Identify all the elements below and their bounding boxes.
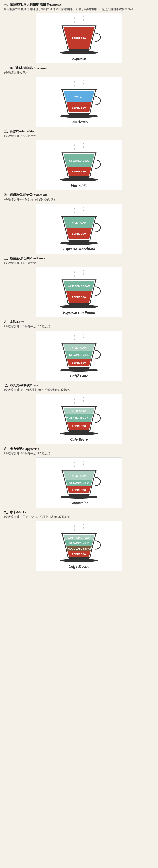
steam-line (83, 80, 85, 87)
svg-point-74 (60, 495, 98, 499)
steam-line (83, 524, 85, 531)
drink-card-flatwhite: ESPRESSOSTEAMED MILKFlat White (36, 140, 122, 190)
steam-line (78, 207, 80, 213)
svg-text:ESPRESSO: ESPRESSO (72, 553, 86, 556)
drink-section-mocha: 九、摩卡/Mocha1份浓缩咖啡+1份热牛奶+0.5份巧克力酱+0.5份鲜奶油E… (4, 510, 154, 571)
section-title-flatwhite: 三、白咖啡/Flat White (4, 129, 154, 134)
svg-point-63 (60, 432, 98, 435)
steam-line (73, 461, 75, 467)
steam-cappuccino (73, 461, 85, 467)
steam-line (73, 270, 75, 277)
drink-name-breve: Cafe Breve (70, 437, 88, 442)
steam-line (83, 397, 85, 404)
cup-breve: ESPRESSOSTEAMED HALF-AND-HALFMILK FOAM (57, 404, 101, 435)
section-desc-latte: 1份浓缩咖啡+1.5份热牛奶+0.5份奶泡 (4, 324, 154, 329)
drink-name-cappuccino: Cappuccino (70, 501, 88, 505)
section-title-breve: 七、布列夫/半拿铁/Breve (4, 383, 154, 388)
drink-card-americano: ESPRESSOWATERAmericano (36, 76, 122, 127)
cup-americano: ESPRESSOWATER (57, 87, 101, 118)
svg-point-14 (60, 115, 98, 118)
drink-card-latte: ESPRESSOSTEAMED MILKMILK FOAMCaffé Latte (36, 331, 122, 381)
steam-americano (73, 80, 85, 87)
svg-point-23 (60, 178, 98, 181)
section-desc-breve: 1份浓缩咖啡+0.75份热牛奶+0.75份鲜奶油+0.5份奶泡 (4, 388, 154, 392)
steam-line (78, 524, 80, 531)
section-title-macchiato: 四、玛琪雅朵/玛奇朵/Macchiato (4, 193, 154, 197)
svg-rect-6 (70, 49, 88, 52)
steam-line (73, 524, 75, 531)
section-desc-americano: 1份浓缩咖啡+2份水 (4, 71, 154, 75)
svg-text:STEAMED MILK: STEAMED MILK (69, 159, 89, 162)
svg-text:MILK FOAM: MILK FOAM (72, 222, 86, 224)
svg-text:ESPRESSO: ESPRESSO (72, 106, 86, 109)
svg-text:ESPRESSO: ESPRESSO (72, 489, 86, 492)
section-title-latte: 六、拿铁/Latte (4, 320, 154, 324)
cup-latte: ESPRESSOSTEAMED MILKMILK FOAM (57, 341, 101, 372)
svg-rect-24 (70, 176, 88, 179)
drink-section-cappuccino: 八、卡布奇诺/Cappuccino1份浓缩咖啡+0.5份热牛奶+1.5份奶泡ES… (4, 447, 154, 508)
steam-macchiato (73, 207, 85, 213)
cup-macchiato: ESPRESSOMILK FOAM (57, 214, 101, 245)
drink-card-cappuccino: ESPRESSOSTEAMED MILKMILK FOAMCappuccino (36, 458, 122, 508)
svg-text:STEAMED HALF-AND-HALF: STEAMED HALF-AND-HALF (62, 417, 96, 420)
steam-line (83, 270, 85, 277)
cup-cappuccino: ESPRESSOSTEAMED MILKMILK FOAM (57, 468, 101, 499)
section-desc-mocha: 1份浓缩咖啡+1份热牛奶+0.5份巧克力酱+0.5份鲜奶油 (4, 515, 154, 519)
steam-line (78, 397, 80, 404)
drink-card-mocha: ESPRESSOCHOCOLATE SYRUPSTEAMED MILKWHIPP… (36, 521, 122, 571)
svg-text:ESPRESSO: ESPRESSO (72, 296, 86, 299)
svg-point-41 (60, 305, 98, 308)
section-title-conpanna: 五、康宝蓝/康巴纳/Con Panna (4, 256, 154, 260)
svg-rect-53 (70, 367, 88, 369)
svg-text:ESPRESSO: ESPRESSO (72, 37, 86, 40)
svg-text:ESPRESSO: ESPRESSO (72, 170, 86, 173)
drink-card-conpanna: ESPRESSOWHIPPED CREAMEspresso con Panna (36, 267, 122, 317)
cup-espresso: ESPRESSO (57, 24, 101, 55)
svg-rect-88 (70, 557, 88, 559)
steam-line (83, 143, 85, 150)
drink-name-conpanna: Espresso con Panna (63, 310, 95, 315)
svg-rect-64 (70, 430, 88, 432)
svg-text:STEAMED MILK: STEAMED MILK (69, 482, 89, 485)
section-desc-conpanna: 1份浓缩咖啡+0.5份鲜奶油 (4, 261, 154, 265)
drink-section-breve: 七、布列夫/半拿铁/Breve1份浓缩咖啡+0.75份热牛奶+0.75份鲜奶油+… (4, 383, 154, 444)
svg-text:WATER: WATER (74, 96, 84, 98)
svg-point-32 (60, 242, 98, 245)
steam-line (83, 207, 85, 213)
cup-flatwhite: ESPRESSOSTEAMED MILK (57, 150, 101, 182)
svg-text:CHOCOLATE SYRUP: CHOCOLATE SYRUP (66, 548, 92, 550)
steam-line (83, 16, 85, 23)
drink-name-mocha: Caffé Mocha (69, 564, 89, 568)
svg-text:STEAMED MILK: STEAMED MILK (69, 354, 89, 356)
drink-card-macchiato: ESPRESSOMILK FOAMEspresso Macchiato (36, 204, 122, 254)
cup-conpanna: ESPRESSOWHIPPED CREAM (57, 277, 101, 309)
section-title-espresso: 一、浓缩咖啡/意大利咖啡/浓咖啡/Espresso (4, 2, 154, 7)
svg-rect-42 (70, 303, 88, 305)
section-desc-cappuccino: 1份浓缩咖啡+0.5份热牛奶+1.5份奶泡 (4, 452, 154, 456)
drink-section-macchiato: 四、玛琪雅朵/玛奇朵/Macchiato1份浓缩咖啡+0.5份乳泡（牛奶中的脂肪… (4, 193, 154, 254)
drink-name-macchiato: Espresso Macchiato (63, 247, 95, 251)
steam-line (73, 397, 75, 404)
svg-text:STEAMED MILK: STEAMED MILK (69, 542, 89, 545)
svg-text:MILK FOAM: MILK FOAM (72, 475, 86, 477)
section-title-cappuccino: 八、卡布奇诺/Cappuccino (4, 447, 154, 451)
steam-line (73, 334, 75, 340)
svg-text:WHIPPED CREAM: WHIPPED CREAM (68, 285, 90, 288)
steam-line (73, 80, 75, 87)
steam-line (78, 80, 80, 87)
drink-section-espresso: 一、浓缩咖啡/意大利咖啡/浓咖啡/Espresso被迫的蒸气直接通过咖啡粉，得到… (4, 2, 154, 63)
drink-card-breve: ESPRESSOSTEAMED HALF-AND-HALFMILK FOAMCa… (36, 394, 122, 444)
drink-name-flatwhite: Flat White (71, 183, 87, 188)
drink-section-conpanna: 五、康宝蓝/康巴纳/Con Panna1份浓缩咖啡+0.5份鲜奶油ESPRESS… (4, 256, 154, 317)
steam-line (78, 270, 80, 277)
svg-text:ESPRESSO: ESPRESSO (72, 232, 86, 235)
svg-rect-15 (70, 113, 88, 115)
steam-line (83, 334, 85, 340)
svg-text:MILK FOAM: MILK FOAM (72, 347, 86, 349)
steam-conpanna (73, 270, 85, 277)
section-title-mocha: 九、摩卡/Mocha (4, 510, 154, 515)
drink-section-latte: 六、拿铁/Latte1份浓缩咖啡+1.5份热牛奶+0.5份奶泡ESPRESSOS… (4, 320, 154, 381)
steam-flatwhite (73, 143, 85, 150)
section-title-americano: 二、美式咖啡/清咖啡/Americano (4, 66, 154, 70)
cup-mocha: ESPRESSOCHOCOLATE SYRUPSTEAMED MILKWHIPP… (57, 531, 101, 562)
